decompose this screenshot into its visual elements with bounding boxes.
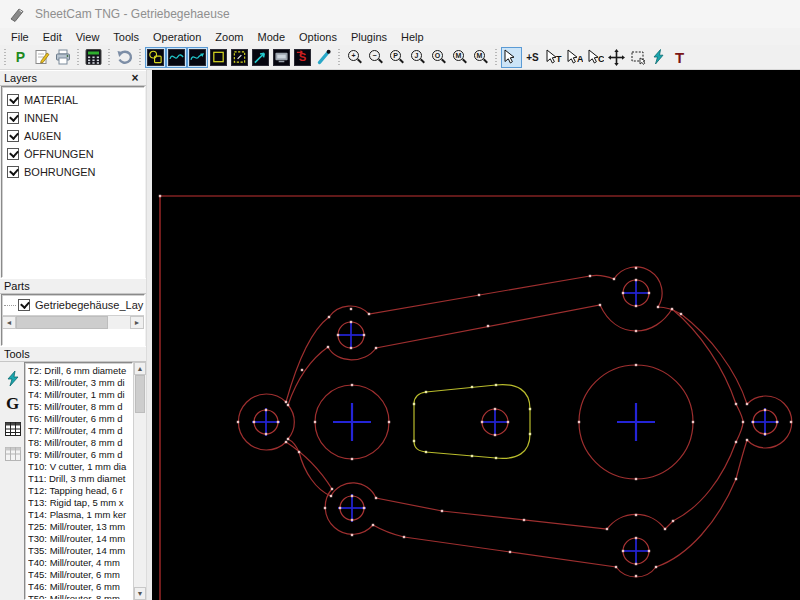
layer-checkbox[interactable] (7, 94, 19, 106)
tool-list-item[interactable]: T30: Mill/router, 14 mm (28, 533, 132, 545)
zoom-drawing-button[interactable]: O (428, 47, 449, 68)
tool-list-item[interactable]: T5: Mill/router, 8 mm d (28, 401, 132, 413)
edit-post-button[interactable] (31, 47, 52, 68)
path-node-dot (331, 488, 333, 490)
zoom-job-button[interactable]: J (407, 47, 428, 68)
toolbar-grip[interactable] (106, 47, 112, 67)
tool-list-item[interactable]: T14: Plasma, 1 mm ker (28, 509, 132, 521)
menu-item-options[interactable]: Options (292, 30, 344, 44)
drawing-canvas[interactable] (152, 70, 800, 600)
scroll-thumb[interactable] (135, 375, 145, 413)
tool-list-item[interactable]: T40: Mill/router, 4 mm (28, 557, 132, 569)
scroll-left-button[interactable]: ◄ (2, 316, 16, 329)
path-node-dot (664, 528, 666, 530)
scroll-down-button[interactable]: ▼ (134, 587, 146, 600)
tool-list-item[interactable]: T10: V cutter, 1 mm dia (28, 461, 132, 473)
scroll-thumb[interactable] (16, 316, 108, 329)
tools-vertical-scrollbar[interactable]: ▲ ▼ (133, 362, 146, 600)
tool-list-item[interactable]: T7: Mill/router, 4 mm d (28, 425, 132, 437)
tool-list-item[interactable]: T35: Mill/router, 14 mm (28, 545, 132, 557)
tool-list-item[interactable]: T6: Mill/router, 6 mm d (28, 413, 132, 425)
path-node-dot (285, 441, 287, 443)
toolbar-grip[interactable] (2, 47, 8, 67)
zoom-out-button[interactable]: − (365, 47, 386, 68)
undo-button[interactable] (114, 47, 135, 68)
gcode-button[interactable]: G (4, 395, 22, 413)
move-part-button[interactable] (606, 47, 627, 68)
cad-drawing[interactable] (152, 70, 800, 600)
simulate-button[interactable] (648, 47, 669, 68)
path-node-dot (635, 514, 637, 516)
menu-item-zoom[interactable]: Zoom (208, 30, 250, 44)
layers-panel-close-icon[interactable]: × (128, 72, 142, 84)
part-checkbox[interactable] (18, 299, 30, 311)
toolbar-grip[interactable] (75, 47, 81, 67)
menu-item-operation[interactable]: Operation (146, 30, 208, 44)
show-machine-button[interactable] (271, 47, 292, 68)
snap-mode-button[interactable]: +S (522, 47, 543, 68)
tool-table-disabled-button[interactable] (4, 445, 22, 463)
menu-item-tools[interactable]: Tools (106, 30, 146, 44)
zoom-part-button[interactable]: P (386, 47, 407, 68)
menu-item-plugins[interactable]: Plugins (344, 30, 394, 44)
tool-list-item[interactable]: T46: Mill/router, 6 mm (28, 581, 132, 593)
layer-checkbox[interactable] (7, 112, 19, 124)
layers-panel-title: Layers (4, 72, 128, 84)
tool-list-item[interactable]: T13: Rigid tap, 5 mm x (28, 497, 132, 509)
toolbar-grip[interactable] (137, 47, 143, 67)
path-node-dot (350, 308, 352, 310)
layer-checkbox[interactable] (7, 130, 19, 142)
path-node-dot (635, 330, 637, 332)
select-all-button[interactable]: A (564, 47, 585, 68)
path-node-dot (337, 334, 339, 336)
scroll-right-button[interactable]: ► (130, 316, 144, 329)
measure-pen-button[interactable] (313, 47, 334, 68)
path-node-dot (372, 524, 374, 526)
calculator-button[interactable] (83, 47, 104, 68)
layer-checkbox[interactable] (7, 166, 19, 178)
tool-list-item[interactable]: T3: Mill/router, 3 mm di (28, 377, 132, 389)
zoom-in-button[interactable]: + (344, 47, 365, 68)
path-node-dot (790, 421, 792, 423)
menu-item-mode[interactable]: Mode (250, 30, 292, 44)
menu-item-edit[interactable]: Edit (36, 30, 69, 44)
text-tool-button[interactable]: T (669, 47, 690, 68)
tool-list-item[interactable]: T45: Mill/router, 6 mm (28, 569, 132, 581)
tool-list-item[interactable]: T4: Mill/router, 1 mm di (28, 389, 132, 401)
show-tool-button[interactable] (250, 47, 271, 68)
simulate-lightning-button[interactable] (4, 370, 22, 388)
post-process-button[interactable]: P (10, 47, 31, 68)
part-row[interactable]: Getriebegehäuse_Lay (2, 295, 144, 315)
show-toolpath-button[interactable] (166, 47, 187, 68)
select-cursor-button[interactable] (501, 47, 522, 68)
parts-horizontal-scrollbar[interactable]: ◄ ► (2, 315, 144, 329)
tool-list-item[interactable]: T8: Mill/router, 8 mm d (28, 437, 132, 449)
show-rapid-moves-button[interactable] (229, 47, 250, 68)
path-node-dot (441, 510, 443, 512)
tool-list-item[interactable]: T2: Drill, 6 mm diamete (28, 365, 132, 377)
transform-part-button[interactable] (627, 47, 648, 68)
menu-item-help[interactable]: Help (394, 30, 431, 44)
tool-list-item[interactable]: T12: Tapping head, 6 r (28, 485, 132, 497)
layer-checkbox[interactable] (7, 148, 19, 160)
tool-list-item[interactable]: T50: Mill/router, 8 mm (28, 593, 132, 600)
tool-table-button[interactable] (4, 420, 22, 438)
scroll-up-button[interactable]: ▲ (134, 362, 146, 375)
show-drawing-button[interactable] (145, 47, 166, 68)
zoom-material-button[interactable]: M (449, 47, 470, 68)
tool-list-item[interactable]: T11: Drill, 3 mm diamet (28, 473, 132, 485)
show-post-button[interactable]: S (292, 47, 313, 68)
zoom-machine-button[interactable]: M (470, 47, 491, 68)
path-node-dot (589, 275, 591, 277)
menu-item-view[interactable]: View (69, 30, 107, 44)
show-path-direction-button[interactable] (187, 47, 208, 68)
show-material-button[interactable] (208, 47, 229, 68)
select-toolpath-button[interactable]: T (543, 47, 564, 68)
toolbar-grip[interactable] (493, 47, 499, 67)
toolbar-grip[interactable] (336, 47, 342, 67)
menu-item-file[interactable]: File (4, 30, 36, 44)
tool-list-item[interactable]: T25: Mill/router, 13 mm (28, 521, 132, 533)
select-contour-button[interactable]: C (585, 47, 606, 68)
print-button[interactable] (52, 47, 73, 68)
tool-list-item[interactable]: T9: Mill/router, 6 mm d (28, 449, 132, 461)
